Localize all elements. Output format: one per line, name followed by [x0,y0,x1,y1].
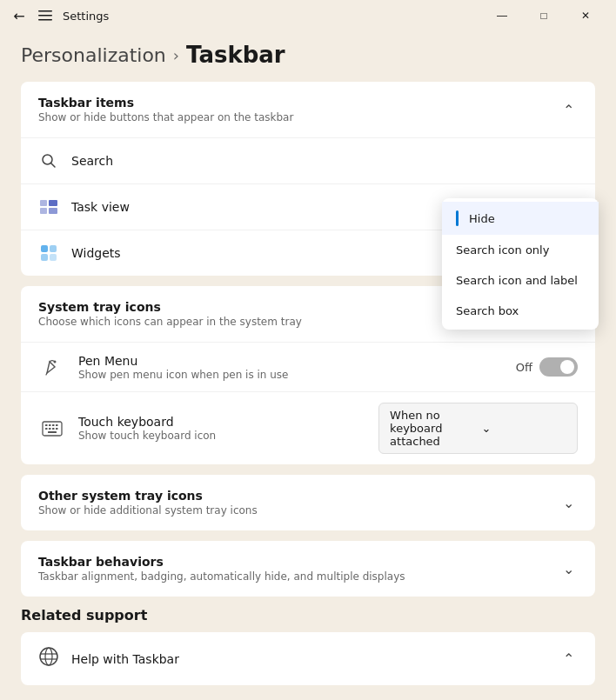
svg-rect-11 [50,245,57,252]
svg-rect-20 [45,428,48,430]
page-header: Personalization › Taskbar [0,31,616,82]
svg-rect-5 [40,200,47,206]
other-tray-text: Other system tray icons Show or hide add… [38,489,258,517]
touch-keyboard-info: Touch keyboard Show touch keyboard icon [78,415,378,442]
pen-menu-info: Pen Menu Show pen menu icon when pen is … [78,354,516,381]
taskbar-items-collapse-button[interactable]: ⌃ [559,98,578,122]
taskbar-behaviors-expand-button[interactable]: ⌄ [559,557,578,581]
pen-menu-control: Off [516,357,578,377]
svg-rect-19 [56,424,58,426]
breadcrumb-separator: › [173,46,179,64]
close-button[interactable]: ✕ [566,2,606,30]
dropdown-icon-label-label: Search icon and label [456,274,578,287]
dropdown-hide-label: Hide [469,212,495,225]
svg-rect-7 [49,200,57,206]
system-tray-subtitle: Choose which icons can appear in the sys… [38,316,302,328]
svg-rect-2 [38,19,52,21]
system-tray-title: System tray icons [38,300,302,314]
touch-keyboard-control: When no keyboard attached ⌄ [378,403,578,454]
svg-rect-17 [49,424,51,426]
other-tray-subtitle: Show or hide additional system tray icon… [38,504,258,517]
svg-point-13 [54,361,57,363]
svg-rect-1 [38,15,52,17]
svg-rect-9 [41,245,48,252]
keyboard-dropdown-value: When no keyboard attached [390,409,474,448]
svg-rect-24 [48,431,57,433]
help-globe-icon [38,646,59,671]
title-bar-controls: — □ ✕ [482,2,606,30]
task-view-icon [38,197,59,217]
dropdown-icon-only-option[interactable]: Search icon only [442,235,599,265]
svg-rect-22 [52,428,55,430]
dropdown-icon-only-label: Search icon only [456,243,549,257]
pen-menu-item: Pen Menu Show pen menu icon when pen is … [21,342,595,391]
help-taskbar-label: Help with Taskbar [71,652,179,666]
touch-keyboard-label: Touch keyboard [78,415,378,429]
help-taskbar-left: Help with Taskbar [38,646,179,671]
related-support-title: Related support [21,607,595,623]
svg-rect-16 [45,424,48,426]
keyboard-dropdown[interactable]: When no keyboard attached ⌄ [378,403,578,454]
title-bar-left: ← Settings [10,7,109,24]
pen-menu-toggle-thumb [560,360,574,374]
minimize-button[interactable]: — [482,2,522,30]
taskbar-behaviors-section: Taskbar behaviors Taskbar alignment, bad… [21,541,595,597]
search-item: Search [21,137,595,183]
title-bar-title: Settings [63,10,109,23]
pen-menu-label: Pen Menu [78,354,516,368]
main-content: Taskbar items Show or hide buttons that … [0,82,616,693]
taskbar-items-title: Taskbar items [38,96,293,110]
breadcrumb-parent[interactable]: Personalization [21,44,166,66]
search-label: Search [71,154,578,168]
breadcrumb-current: Taskbar [186,42,285,68]
pen-menu-toggle[interactable] [539,357,578,377]
other-tray-section: Other system tray icons Show or hide add… [21,475,595,530]
svg-rect-8 [49,208,57,214]
system-tray-header-text: System tray icons Choose which icons can… [38,300,302,328]
svg-line-14 [46,373,47,375]
taskbar-items-subtitle: Show or hide buttons that appear on the … [38,111,293,123]
taskbar-behaviors-subtitle: Taskbar alignment, badging, automaticall… [38,570,405,583]
title-bar: ← Settings — □ ✕ [0,0,616,31]
touch-keyboard-icon [38,415,66,443]
taskbar-items-header-text: Taskbar items Show or hide buttons that … [38,96,293,123]
taskbar-behaviors-title: Taskbar behaviors [38,555,405,569]
svg-point-26 [45,648,52,665]
related-support-section: Related support Help with Taskbar ⌃ [21,607,595,685]
widgets-icon [38,243,59,263]
back-button[interactable]: ← [10,7,28,24]
svg-rect-18 [52,424,55,426]
pen-menu-icon [38,353,66,381]
svg-line-4 [51,163,56,168]
other-tray-title: Other system tray icons [38,489,258,503]
dropdown-icon-label-option[interactable]: Search icon and label [442,265,599,296]
search-dropdown-popup: Hide Search icon only Search icon and la… [442,198,599,330]
svg-rect-6 [40,208,47,214]
svg-rect-10 [41,254,48,261]
keyboard-dropdown-arrow-icon: ⌄ [482,422,566,435]
svg-rect-23 [56,428,58,430]
other-tray-expand-button[interactable]: ⌄ [559,491,578,515]
help-taskbar-card[interactable]: Help with Taskbar ⌃ [21,632,595,685]
search-icon [38,150,59,171]
hamburger-menu[interactable] [37,7,54,24]
dropdown-search-box-label: Search box [456,304,519,317]
dropdown-hide-option[interactable]: Hide [442,202,599,235]
svg-rect-12 [50,254,57,261]
pen-menu-toggle-label: Off [516,361,532,374]
pen-menu-sublabel: Show pen menu icon when pen is in use [78,369,516,381]
svg-rect-0 [38,10,52,12]
svg-rect-21 [49,428,51,430]
maximize-button[interactable]: □ [524,2,564,30]
taskbar-items-header: Taskbar items Show or hide buttons that … [21,82,595,137]
dropdown-search-box-option[interactable]: Search box [442,296,599,326]
taskbar-behaviors-text: Taskbar behaviors Taskbar alignment, bad… [38,555,405,583]
touch-keyboard-sublabel: Show touch keyboard icon [78,430,378,442]
selected-indicator [456,210,459,226]
help-taskbar-expand-button[interactable]: ⌃ [559,647,578,670]
touch-keyboard-item: Touch keyboard Show touch keyboard icon … [21,391,595,464]
svg-point-25 [40,648,57,665]
